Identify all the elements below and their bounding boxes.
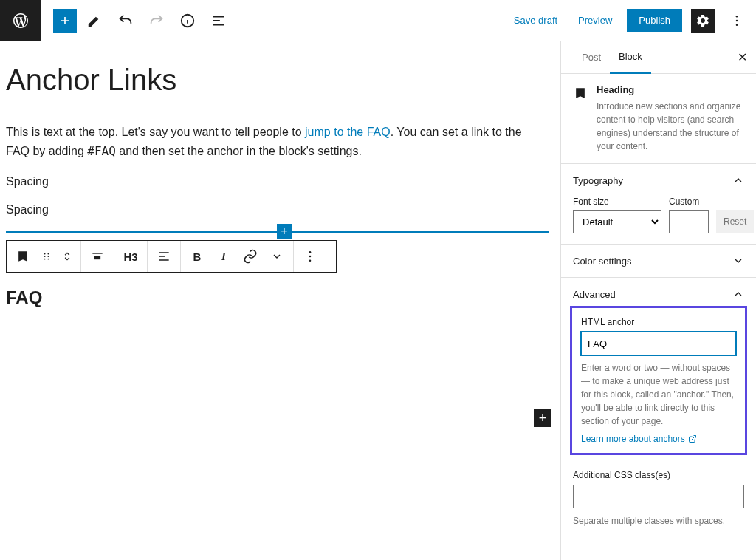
para-code: #FAQ <box>87 144 116 158</box>
custom-size-input[interactable] <box>669 210 709 233</box>
more-options-icon[interactable] <box>724 7 750 34</box>
block-more-icon[interactable] <box>297 243 323 270</box>
external-link-icon <box>688 434 697 443</box>
redo-icon[interactable] <box>143 7 170 34</box>
settings-button[interactable] <box>691 9 715 33</box>
inline-add-button[interactable]: + <box>277 224 292 239</box>
svg-point-5 <box>44 256 46 257</box>
svg-point-2 <box>736 19 738 21</box>
section-title: Color settings <box>573 256 631 267</box>
add-block-square-button[interactable]: + <box>534 409 551 427</box>
heading-level-button[interactable]: H3 <box>117 243 144 270</box>
svg-point-13 <box>309 256 312 258</box>
color-settings-toggle[interactable]: Color settings <box>573 255 744 267</box>
typography-section: Typography Font size Default Custom Rese… <box>561 164 756 245</box>
tab-block[interactable]: Block <box>610 41 651 74</box>
main-area: Anchor Links This is text at the top. Le… <box>0 41 756 560</box>
publish-button[interactable]: Publish <box>627 9 682 32</box>
italic-button[interactable]: I <box>210 243 237 270</box>
tab-post[interactable]: Post <box>573 41 610 74</box>
preview-link[interactable]: Preview <box>572 9 618 32</box>
css-help-text: Separate multiple classes with spaces. <box>573 514 744 527</box>
html-anchor-highlight: HTML anchor Enter a word or two — withou… <box>570 306 747 455</box>
save-draft-link[interactable]: Save draft <box>508 9 563 32</box>
anchor-label: HTML anchor <box>581 317 736 327</box>
chevron-up-icon <box>732 174 744 186</box>
outline-icon[interactable] <box>205 7 232 34</box>
wordpress-logo[interactable] <box>0 0 41 41</box>
faq-link[interactable]: jump to the FAQ <box>305 126 391 138</box>
css-label: Additional CSS class(es) <box>573 470 744 480</box>
toolbar-right: Save draft Preview Publish <box>508 7 750 34</box>
css-classes-input[interactable] <box>573 485 744 508</box>
svg-point-6 <box>44 259 46 260</box>
chevron-down-icon <box>732 255 744 267</box>
edit-mode-icon[interactable] <box>81 7 108 34</box>
svg-point-8 <box>47 256 49 257</box>
toolbar-left <box>41 7 232 34</box>
paragraph-block[interactable]: This is text at the top. Let's say you w… <box>6 123 545 160</box>
advanced-section: Advanced <box>561 278 756 300</box>
color-settings-section: Color settings <box>561 245 756 278</box>
svg-rect-10 <box>92 253 102 254</box>
top-toolbar: Save draft Preview Publish <box>0 0 756 41</box>
typography-toggle[interactable]: Typography <box>573 174 744 186</box>
chevron-down-icon[interactable] <box>264 243 290 270</box>
drag-handle-icon[interactable] <box>36 243 57 270</box>
css-classes-field: Additional CSS class(es) Separate multip… <box>561 461 756 536</box>
align-icon[interactable] <box>84 243 111 270</box>
link-text: Learn more about anchors <box>581 434 685 444</box>
info-icon[interactable] <box>174 7 201 34</box>
heading-icon <box>573 86 588 100</box>
editor-canvas[interactable]: Anchor Links This is text at the top. Le… <box>0 41 560 560</box>
anchor-input[interactable] <box>581 332 736 355</box>
heading-block[interactable]: FAQ <box>6 287 554 308</box>
advanced-toggle[interactable]: Advanced <box>573 288 744 300</box>
svg-point-9 <box>47 259 49 260</box>
svg-point-3 <box>736 24 738 26</box>
svg-point-12 <box>309 251 312 253</box>
close-sidebar-icon[interactable]: ✕ <box>738 50 747 64</box>
font-size-label: Font size <box>573 197 662 207</box>
chevron-up-icon <box>732 288 744 300</box>
svg-point-1 <box>736 15 738 17</box>
learn-more-link[interactable]: Learn more about anchors <box>581 434 697 444</box>
post-title[interactable]: Anchor Links <box>6 64 554 97</box>
section-title: Typography <box>573 175 623 186</box>
reset-button[interactable]: Reset <box>716 210 754 233</box>
move-arrows-icon[interactable] <box>57 243 78 270</box>
para-text: and then set the anchor in the block's s… <box>116 145 362 157</box>
svg-rect-11 <box>94 256 100 259</box>
section-title: Advanced <box>573 289 616 300</box>
svg-point-7 <box>47 253 49 255</box>
block-name: Heading <box>597 84 744 95</box>
add-block-button[interactable] <box>53 9 77 33</box>
block-description: Introduce new sections and organize cont… <box>597 100 744 153</box>
heading-type-icon[interactable] <box>10 243 36 270</box>
sidebar-tabs: Post Block ✕ <box>561 41 756 74</box>
settings-sidebar: Post Block ✕ Heading Introduce new secti… <box>560 41 756 560</box>
custom-label: Custom <box>669 197 709 207</box>
block-insert-line: + <box>6 231 554 233</box>
bold-button[interactable]: B <box>184 243 210 270</box>
svg-point-14 <box>309 260 312 262</box>
anchor-help-text: Enter a word or two — without spaces — t… <box>581 361 736 428</box>
spacing-text[interactable]: Spacing <box>6 175 554 188</box>
text-align-icon[interactable] <box>151 243 177 270</box>
block-info-section: Heading Introduce new sections and organ… <box>561 74 756 164</box>
undo-icon[interactable] <box>112 7 139 34</box>
font-size-select[interactable]: Default <box>573 210 662 233</box>
spacing-text[interactable]: Spacing <box>6 203 554 216</box>
svg-point-4 <box>44 253 46 255</box>
block-toolbar: H3 B I <box>6 240 337 273</box>
para-text: This is text at the top. Let's say you w… <box>6 126 305 138</box>
link-button[interactable] <box>237 243 264 270</box>
